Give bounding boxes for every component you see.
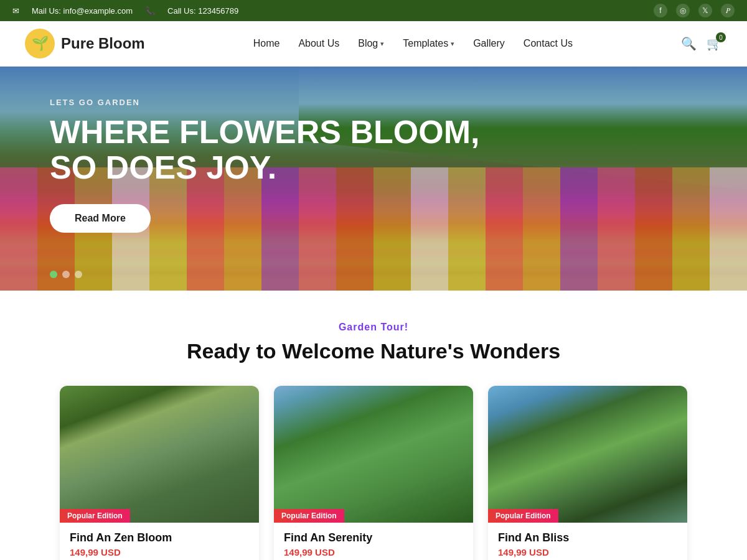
slider-dot-3[interactable] xyxy=(75,271,82,278)
card-2-title: Find An Serenity xyxy=(284,531,463,544)
card-3-title: Find An Bliss xyxy=(498,531,677,544)
main-nav: Home About Us Blog ▾ Templates ▾ Gallery… xyxy=(253,38,573,49)
hero-title: WHERE FLOWERS BLOOM,SO DOES JOY. xyxy=(50,114,479,185)
templates-dropdown-arrow: ▾ xyxy=(451,40,454,48)
nav-contact[interactable]: Contact Us xyxy=(524,38,573,49)
card-2-price: 149,99 USD xyxy=(284,547,463,558)
slider-dot-2[interactable] xyxy=(62,271,70,278)
mail-label: Mail Us: info@example.com xyxy=(32,6,133,16)
logo-icon: 🌱 xyxy=(25,29,55,58)
logo[interactable]: 🌱 Pure Bloom xyxy=(25,29,145,58)
read-more-button[interactable]: Read More xyxy=(50,204,151,233)
call-label: Call Us: 123456789 xyxy=(167,6,238,16)
section-title: Ready to Welcome Nature's Wonders xyxy=(37,339,710,363)
header-icons: 🔍 🛒 0 xyxy=(681,36,722,51)
card-2-body: Find An Serenity 149,99 USD xyxy=(274,523,473,560)
garden-tour-section: Garden Tour! Ready to Welcome Nature's W… xyxy=(0,291,747,560)
card-1-badge: Popular Edition xyxy=(60,509,130,523)
hero-content: LETS GO GARDEN WHERE FLOWERS BLOOM,SO DO… xyxy=(50,98,479,233)
card-3-image: Popular Edition xyxy=(488,386,687,523)
card-3-body: Find An Bliss 149,99 USD xyxy=(488,523,687,560)
card-3[interactable]: Popular Edition Find An Bliss 149,99 USD xyxy=(488,386,687,560)
card-1-price: 149,99 USD xyxy=(70,547,249,558)
slider-dots xyxy=(50,271,82,278)
twitter-icon[interactable]: 𝕏 xyxy=(698,4,712,17)
search-button[interactable]: 🔍 xyxy=(681,36,697,51)
card-2-image: Popular Edition xyxy=(274,386,473,523)
mail-icon: ✉ xyxy=(12,6,19,16)
cards-grid: Popular Edition Find An Zen Bloom 149,99… xyxy=(37,386,710,560)
facebook-icon[interactable]: f xyxy=(654,4,667,17)
card-3-price: 149,99 USD xyxy=(498,547,677,558)
instagram-icon[interactable]: ◎ xyxy=(676,4,690,17)
section-eyebrow: Garden Tour! xyxy=(37,322,710,333)
pinterest-icon[interactable]: 𝑃 xyxy=(721,4,735,17)
nav-about[interactable]: About Us xyxy=(298,38,339,49)
nav-gallery[interactable]: Gallery xyxy=(473,38,505,49)
nav-templates[interactable]: Templates ▾ xyxy=(403,38,454,49)
nav-blog[interactable]: Blog ▾ xyxy=(358,38,384,49)
card-3-badge: Popular Edition xyxy=(488,509,558,523)
blog-dropdown-arrow: ▾ xyxy=(380,40,384,48)
card-1[interactable]: Popular Edition Find An Zen Bloom 149,99… xyxy=(60,386,259,560)
card-1-body: Find An Zen Bloom 149,99 USD xyxy=(60,523,259,560)
card-2[interactable]: Popular Edition Find An Serenity 149,99 … xyxy=(274,386,473,560)
top-bar-contact: ✉ Mail Us: info@example.com 📞 Call Us: 1… xyxy=(12,6,238,16)
cart-badge: 0 xyxy=(716,32,726,42)
hero-eyebrow: LETS GO GARDEN xyxy=(50,98,479,107)
card-1-title: Find An Zen Bloom xyxy=(70,531,249,544)
card-1-image: Popular Edition xyxy=(60,386,259,523)
header: 🌱 Pure Bloom Home About Us Blog ▾ Templa… xyxy=(0,21,747,67)
logo-text: Pure Bloom xyxy=(61,35,145,52)
hero-section: LETS GO GARDEN WHERE FLOWERS BLOOM,SO DO… xyxy=(0,67,747,291)
card-2-badge: Popular Edition xyxy=(274,509,344,523)
nav-home[interactable]: Home xyxy=(253,38,280,49)
top-bar: ✉ Mail Us: info@example.com 📞 Call Us: 1… xyxy=(0,0,747,21)
phone-icon: 📞 xyxy=(145,6,155,16)
top-bar-socials: f ◎ 𝕏 𝑃 xyxy=(654,4,735,17)
cart-wrapper: 🛒 0 xyxy=(707,36,722,51)
slider-dot-1[interactable] xyxy=(50,271,57,278)
